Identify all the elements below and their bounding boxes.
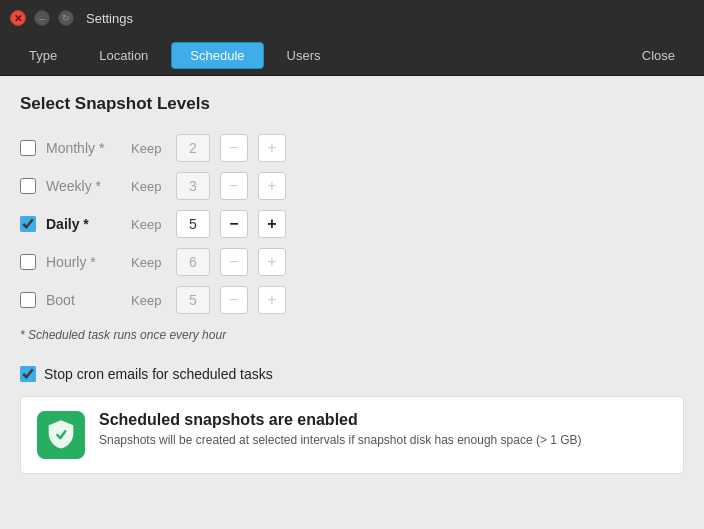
hourly-label: Hourly * — [46, 254, 121, 270]
refresh-button[interactable]: ↻ — [58, 10, 74, 26]
weekly-keep-value: 3 — [176, 172, 210, 200]
status-box: Scheduled snapshots are enabled Snapshot… — [20, 396, 684, 474]
boot-keep-label: Keep — [131, 293, 166, 308]
hourly-decrement[interactable]: − — [220, 248, 248, 276]
section-title: Select Snapshot Levels — [20, 94, 684, 114]
tab-schedule[interactable]: Schedule — [171, 42, 263, 69]
schedule-note: * Scheduled task runs once every hour — [20, 328, 684, 342]
hourly-keep-value: 6 — [176, 248, 210, 276]
daily-label: Daily * — [46, 216, 121, 232]
boot-keep-value: 5 — [176, 286, 210, 314]
tab-users[interactable]: Users — [268, 42, 340, 69]
hourly-increment[interactable]: + — [258, 248, 286, 276]
daily-decrement[interactable]: − — [220, 210, 248, 238]
tab-location[interactable]: Location — [80, 42, 167, 69]
boot-checkbox[interactable] — [20, 292, 36, 308]
stop-cron-checkbox[interactable] — [20, 366, 36, 382]
monthly-increment[interactable]: + — [258, 134, 286, 162]
window-title: Settings — [86, 11, 133, 26]
monthly-keep-value: 2 — [176, 134, 210, 162]
status-title: Scheduled snapshots are enabled — [99, 411, 582, 429]
monthly-label: Monthly * — [46, 140, 121, 156]
level-row-weekly: Weekly * Keep 3 − + — [20, 168, 684, 204]
stop-cron-row: Stop cron emails for scheduled tasks — [20, 366, 684, 382]
close-button[interactable]: Close — [623, 42, 694, 69]
weekly-keep-label: Keep — [131, 179, 166, 194]
hourly-checkbox[interactable] — [20, 254, 36, 270]
daily-keep-label: Keep — [131, 217, 166, 232]
tab-type[interactable]: Type — [10, 42, 76, 69]
monthly-decrement[interactable]: − — [220, 134, 248, 162]
hourly-keep-label: Keep — [131, 255, 166, 270]
shield-icon — [37, 411, 85, 459]
boot-increment[interactable]: + — [258, 286, 286, 314]
navbar: Type Location Schedule Users Close — [0, 36, 704, 76]
daily-checkbox[interactable] — [20, 216, 36, 232]
weekly-label: Weekly * — [46, 178, 121, 194]
settings-window: ✕ – ↻ Settings Type Location Schedule Us… — [0, 0, 704, 529]
boot-label: Boot — [46, 292, 121, 308]
monthly-keep-label: Keep — [131, 141, 166, 156]
level-row-monthly: Monthly * Keep 2 − + — [20, 130, 684, 166]
minimize-button[interactable]: – — [34, 10, 50, 26]
weekly-increment[interactable]: + — [258, 172, 286, 200]
level-row-boot: Boot Keep 5 − + — [20, 282, 684, 318]
boot-decrement[interactable]: − — [220, 286, 248, 314]
daily-keep-value: 5 — [176, 210, 210, 238]
close-window-button[interactable]: ✕ — [10, 10, 26, 26]
monthly-checkbox[interactable] — [20, 140, 36, 156]
level-row-hourly: Hourly * Keep 6 − + — [20, 244, 684, 280]
titlebar: ✕ – ↻ Settings — [0, 0, 704, 36]
status-desc: Snapshots will be created at selected in… — [99, 433, 582, 447]
snapshot-levels: Monthly * Keep 2 − + Weekly * Keep 3 − +… — [20, 130, 684, 318]
status-text: Scheduled snapshots are enabled Snapshot… — [99, 411, 582, 447]
weekly-decrement[interactable]: − — [220, 172, 248, 200]
stop-cron-label: Stop cron emails for scheduled tasks — [44, 366, 273, 382]
level-row-daily: Daily * Keep 5 − + — [20, 206, 684, 242]
weekly-checkbox[interactable] — [20, 178, 36, 194]
content-area: Select Snapshot Levels Monthly * Keep 2 … — [0, 76, 704, 529]
daily-increment[interactable]: + — [258, 210, 286, 238]
